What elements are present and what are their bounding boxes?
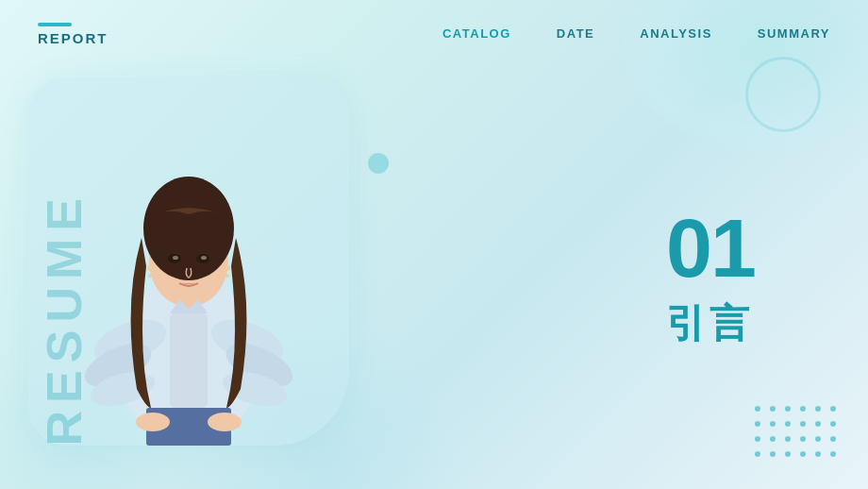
dot	[830, 436, 836, 442]
navbar: REPORT CATALOG DATE ANALYSIS SUMMARY	[0, 0, 868, 68]
dot	[770, 406, 776, 412]
dot	[755, 421, 760, 427]
dot	[785, 406, 791, 412]
nav-logo: REPORT	[38, 23, 108, 46]
svg-point-16	[147, 265, 153, 271]
dot	[815, 421, 821, 427]
section-title: 引言	[666, 297, 753, 350]
svg-point-14	[173, 256, 178, 260]
section-number: 01	[666, 207, 755, 290]
dot	[770, 436, 776, 442]
svg-rect-7	[170, 313, 208, 408]
dot	[800, 451, 806, 457]
svg-point-21	[208, 413, 242, 431]
svg-point-20	[136, 413, 170, 431]
dot	[815, 406, 821, 412]
dot	[815, 436, 821, 442]
dot	[800, 436, 806, 442]
svg-point-11	[143, 177, 234, 280]
nav-link-catalog[interactable]: CATALOG	[442, 26, 511, 42]
dot	[800, 406, 806, 412]
svg-point-15	[201, 256, 207, 260]
nav-links: CATALOG DATE ANALYSIS SUMMARY	[442, 26, 830, 42]
svg-point-18	[225, 265, 230, 271]
dot	[755, 406, 760, 412]
dot	[785, 421, 791, 427]
svg-point-19	[225, 274, 229, 278]
hero-right-content: 01 引言	[666, 207, 755, 350]
nav-link-date[interactable]: DATE	[557, 26, 594, 42]
deco-circle-top	[368, 153, 389, 174]
main-content: RESUME 01 引言	[0, 68, 868, 489]
dot-grid	[755, 406, 840, 461]
dot	[800, 421, 806, 427]
dot	[785, 436, 791, 442]
nav-link-analysis[interactable]: ANALYSIS	[640, 26, 712, 42]
logo-text: REPORT	[38, 30, 108, 46]
dot	[755, 451, 760, 457]
dot	[755, 436, 760, 442]
dot	[830, 451, 836, 457]
dot	[770, 421, 776, 427]
person-svg	[66, 115, 311, 446]
nav-link-summary[interactable]: SUMMARY	[758, 26, 830, 42]
resume-label: RESUME	[36, 191, 92, 446]
dot	[830, 406, 836, 412]
dot	[830, 421, 836, 427]
dot	[770, 451, 776, 457]
logo-bar	[38, 23, 72, 26]
svg-point-17	[148, 274, 152, 278]
dot	[785, 451, 791, 457]
dot	[815, 451, 821, 457]
